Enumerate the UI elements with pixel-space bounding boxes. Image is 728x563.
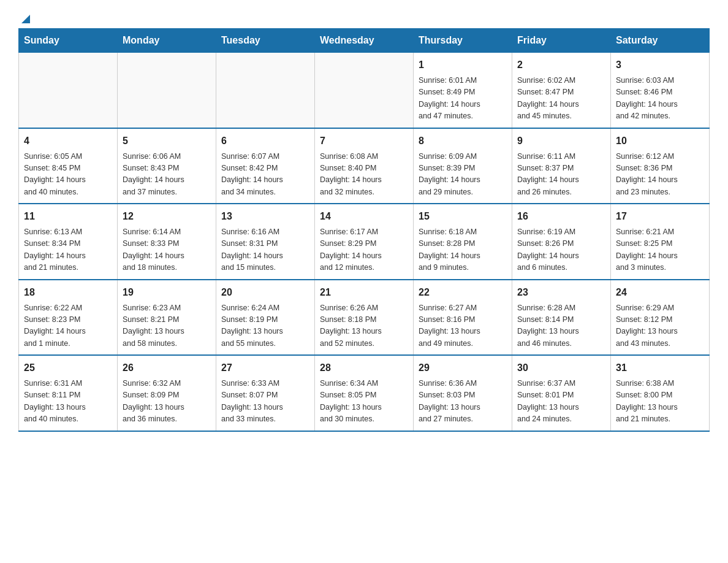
calendar-cell: 4Sunrise: 6:05 AM Sunset: 8:45 PM Daylig…: [19, 128, 118, 204]
day-info: Sunrise: 6:02 AM Sunset: 8:47 PM Dayligh…: [517, 75, 605, 123]
day-info: Sunrise: 6:24 AM Sunset: 8:19 PM Dayligh…: [221, 302, 309, 350]
day-info: Sunrise: 6:08 AM Sunset: 8:40 PM Dayligh…: [320, 151, 408, 199]
day-number: 26: [123, 361, 211, 375]
calendar-cell: 11Sunrise: 6:13 AM Sunset: 8:34 PM Dayli…: [19, 204, 118, 280]
day-info: Sunrise: 6:37 AM Sunset: 8:01 PM Dayligh…: [517, 378, 605, 426]
calendar-cell: [315, 53, 414, 128]
day-info: Sunrise: 6:23 AM Sunset: 8:21 PM Dayligh…: [123, 302, 211, 350]
calendar-cell: 8Sunrise: 6:09 AM Sunset: 8:39 PM Daylig…: [414, 128, 512, 204]
calendar-cell: 3Sunrise: 6:03 AM Sunset: 8:46 PM Daylig…: [611, 53, 710, 128]
day-number: 29: [419, 361, 507, 375]
day-info: Sunrise: 6:17 AM Sunset: 8:29 PM Dayligh…: [320, 226, 408, 274]
day-info: Sunrise: 6:12 AM Sunset: 8:36 PM Dayligh…: [616, 151, 704, 199]
calendar-cell: 21Sunrise: 6:26 AM Sunset: 8:18 PM Dayli…: [315, 280, 414, 356]
day-info: Sunrise: 6:01 AM Sunset: 8:49 PM Dayligh…: [419, 75, 507, 123]
day-info: Sunrise: 6:36 AM Sunset: 8:03 PM Dayligh…: [419, 378, 507, 426]
day-number: 20: [221, 285, 309, 300]
weekday-header-saturday: Saturday: [611, 29, 710, 53]
day-info: Sunrise: 6:06 AM Sunset: 8:43 PM Dayligh…: [123, 151, 211, 199]
day-info: Sunrise: 6:26 AM Sunset: 8:18 PM Dayligh…: [320, 302, 408, 350]
day-number: 14: [320, 209, 408, 224]
calendar-cell: 31Sunrise: 6:38 AM Sunset: 8:00 PM Dayli…: [611, 355, 710, 431]
weekday-header-tuesday: Tuesday: [216, 29, 315, 53]
day-number: 19: [123, 285, 211, 300]
day-info: Sunrise: 6:07 AM Sunset: 8:42 PM Dayligh…: [221, 151, 309, 199]
day-number: 16: [517, 209, 605, 224]
calendar-cell: 13Sunrise: 6:16 AM Sunset: 8:31 PM Dayli…: [216, 204, 315, 280]
calendar-table: SundayMondayTuesdayWednesdayThursdayFrid…: [18, 28, 710, 432]
calendar-cell: 20Sunrise: 6:24 AM Sunset: 8:19 PM Dayli…: [216, 280, 315, 356]
day-number: 7: [320, 134, 408, 148]
calendar-cell: [216, 53, 315, 128]
day-number: 10: [616, 134, 704, 148]
calendar-cell: 6Sunrise: 6:07 AM Sunset: 8:42 PM Daylig…: [216, 128, 315, 204]
day-info: Sunrise: 6:27 AM Sunset: 8:16 PM Dayligh…: [419, 302, 507, 350]
day-number: 12: [123, 209, 211, 224]
logo-area: [18, 12, 33, 22]
calendar-cell: 12Sunrise: 6:14 AM Sunset: 8:33 PM Dayli…: [118, 204, 216, 280]
weekday-header-thursday: Thursday: [414, 29, 512, 53]
day-info: Sunrise: 6:22 AM Sunset: 8:23 PM Dayligh…: [24, 302, 112, 350]
calendar-cell: 17Sunrise: 6:21 AM Sunset: 8:25 PM Dayli…: [611, 204, 710, 280]
page-header: [18, 12, 710, 22]
day-info: Sunrise: 6:29 AM Sunset: 8:12 PM Dayligh…: [616, 302, 704, 350]
day-info: Sunrise: 6:14 AM Sunset: 8:33 PM Dayligh…: [123, 226, 211, 274]
calendar-cell: 14Sunrise: 6:17 AM Sunset: 8:29 PM Dayli…: [315, 204, 414, 280]
day-number: 13: [221, 209, 309, 224]
calendar-cell: 16Sunrise: 6:19 AM Sunset: 8:26 PM Dayli…: [512, 204, 611, 280]
day-number: 28: [320, 361, 408, 375]
day-info: Sunrise: 6:18 AM Sunset: 8:28 PM Dayligh…: [419, 226, 507, 274]
day-number: 27: [221, 361, 309, 375]
day-info: Sunrise: 6:32 AM Sunset: 8:09 PM Dayligh…: [123, 378, 211, 426]
day-number: 17: [616, 209, 704, 224]
day-info: Sunrise: 6:31 AM Sunset: 8:11 PM Dayligh…: [24, 378, 112, 426]
calendar-cell: 10Sunrise: 6:12 AM Sunset: 8:36 PM Dayli…: [611, 128, 710, 204]
day-info: Sunrise: 6:05 AM Sunset: 8:45 PM Dayligh…: [24, 151, 112, 199]
day-info: Sunrise: 6:34 AM Sunset: 8:05 PM Dayligh…: [320, 378, 408, 426]
calendar-week-row: 4Sunrise: 6:05 AM Sunset: 8:45 PM Daylig…: [19, 128, 710, 204]
calendar-cell: 22Sunrise: 6:27 AM Sunset: 8:16 PM Dayli…: [414, 280, 512, 356]
day-info: Sunrise: 6:21 AM Sunset: 8:25 PM Dayligh…: [616, 226, 704, 274]
day-number: 18: [24, 285, 112, 300]
day-info: Sunrise: 6:09 AM Sunset: 8:39 PM Dayligh…: [419, 151, 507, 199]
day-number: 24: [616, 285, 704, 300]
calendar-cell: 25Sunrise: 6:31 AM Sunset: 8:11 PM Dayli…: [19, 355, 118, 431]
weekday-header-monday: Monday: [118, 29, 216, 53]
calendar-cell: 19Sunrise: 6:23 AM Sunset: 8:21 PM Dayli…: [118, 280, 216, 356]
calendar-week-row: 1Sunrise: 6:01 AM Sunset: 8:49 PM Daylig…: [19, 53, 710, 128]
day-info: Sunrise: 6:11 AM Sunset: 8:37 PM Dayligh…: [517, 151, 605, 199]
day-number: 31: [616, 361, 704, 375]
calendar-cell: 2Sunrise: 6:02 AM Sunset: 8:47 PM Daylig…: [512, 53, 611, 128]
day-info: Sunrise: 6:28 AM Sunset: 8:14 PM Dayligh…: [517, 302, 605, 350]
weekday-header-wednesday: Wednesday: [315, 29, 414, 53]
day-number: 23: [517, 285, 605, 300]
calendar-cell: 5Sunrise: 6:06 AM Sunset: 8:43 PM Daylig…: [118, 128, 216, 204]
day-info: Sunrise: 6:33 AM Sunset: 8:07 PM Dayligh…: [221, 378, 309, 426]
day-info: Sunrise: 6:13 AM Sunset: 8:34 PM Dayligh…: [24, 226, 112, 274]
day-number: 1: [419, 58, 507, 72]
calendar-week-row: 18Sunrise: 6:22 AM Sunset: 8:23 PM Dayli…: [19, 280, 710, 356]
calendar-cell: 28Sunrise: 6:34 AM Sunset: 8:05 PM Dayli…: [315, 355, 414, 431]
weekday-header-friday: Friday: [512, 29, 611, 53]
calendar-cell: 18Sunrise: 6:22 AM Sunset: 8:23 PM Dayli…: [19, 280, 118, 356]
logo-triangle-icon: [19, 12, 32, 26]
calendar-cell: 27Sunrise: 6:33 AM Sunset: 8:07 PM Dayli…: [216, 355, 315, 431]
svg-marker-0: [21, 15, 30, 23]
logo-wrapper: [18, 12, 33, 26]
calendar-cell: 7Sunrise: 6:08 AM Sunset: 8:40 PM Daylig…: [315, 128, 414, 204]
day-number: 8: [419, 134, 507, 148]
day-number: 22: [419, 285, 507, 300]
day-number: 11: [24, 209, 112, 224]
calendar-cell: 9Sunrise: 6:11 AM Sunset: 8:37 PM Daylig…: [512, 128, 611, 204]
calendar-cell: 26Sunrise: 6:32 AM Sunset: 8:09 PM Dayli…: [118, 355, 216, 431]
day-number: 15: [419, 209, 507, 224]
day-number: 6: [221, 134, 309, 148]
calendar-cell: 24Sunrise: 6:29 AM Sunset: 8:12 PM Dayli…: [611, 280, 710, 356]
day-number: 30: [517, 361, 605, 375]
day-number: 3: [616, 58, 704, 72]
day-number: 4: [24, 134, 112, 148]
day-info: Sunrise: 6:16 AM Sunset: 8:31 PM Dayligh…: [221, 226, 309, 274]
calendar-week-row: 25Sunrise: 6:31 AM Sunset: 8:11 PM Dayli…: [19, 355, 710, 431]
calendar-cell: 1Sunrise: 6:01 AM Sunset: 8:49 PM Daylig…: [414, 53, 512, 128]
day-number: 5: [123, 134, 211, 148]
